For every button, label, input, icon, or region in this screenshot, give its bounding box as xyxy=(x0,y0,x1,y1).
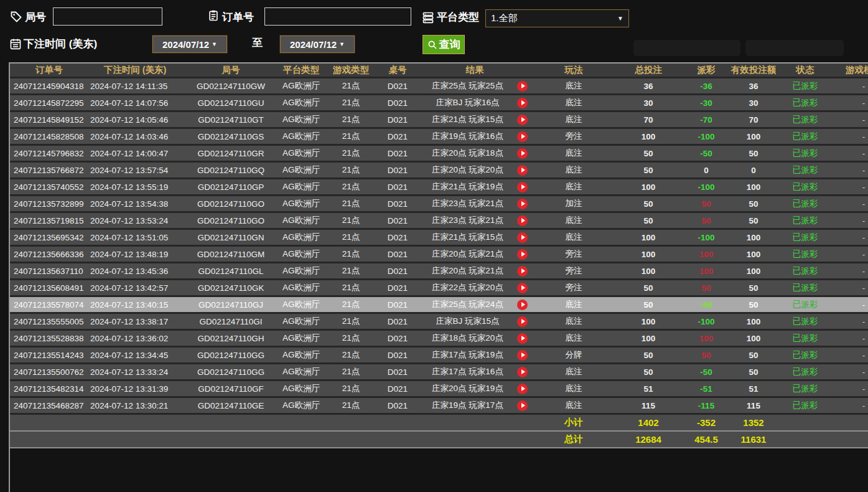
table-row[interactable]: 2407121357198152024-07-12 13:53:24GD0212… xyxy=(10,213,868,230)
table-row[interactable]: 2407121458491522024-07-12 14:05:46GD0212… xyxy=(10,112,868,129)
game-type: 21点 xyxy=(322,348,380,364)
game-type: 21点 xyxy=(322,230,380,247)
table-no: D021 xyxy=(380,263,416,280)
table-row[interactable]: 2407121357405522024-07-12 13:55:19GD0212… xyxy=(10,179,868,196)
tag-icon xyxy=(10,11,22,23)
play-type: 底注 xyxy=(534,95,614,112)
column-header-9: 总投注 xyxy=(614,64,683,78)
total-bet: 50 xyxy=(614,213,683,230)
play-video-icon[interactable] xyxy=(517,300,528,310)
round-id: GD021247110GG xyxy=(182,348,280,364)
play-video-icon[interactable] xyxy=(517,131,528,142)
result-cell: 庄家20点 玩家21点 xyxy=(416,263,534,280)
round-id: GD021247110GF xyxy=(182,381,280,398)
table-no: D021 xyxy=(380,280,416,297)
platform-type: AG欧洲厅 xyxy=(280,146,322,163)
play-video-icon[interactable] xyxy=(517,400,528,411)
play-video-icon[interactable] xyxy=(517,367,528,377)
play-video-icon[interactable] xyxy=(517,148,528,159)
table-row[interactable]: 2407121356084912024-07-12 13:42:57GD0212… xyxy=(10,280,868,297)
table-row[interactable]: 2407121355142432024-07-12 13:34:45GD0212… xyxy=(10,348,868,364)
column-header-8: 玩法 xyxy=(534,64,614,78)
result-cell: 庄家21点 玩家15点 xyxy=(416,230,534,247)
play-video-icon[interactable] xyxy=(517,81,528,92)
date-to-select[interactable]: 2024/07/12 ▼ xyxy=(280,35,355,53)
table-no: D021 xyxy=(380,381,416,398)
table-row[interactable]: 2407121354682872024-07-12 13:30:21GD0212… xyxy=(10,398,868,415)
status: 已派彩 xyxy=(778,398,833,415)
table-row[interactable]: 2407121355550052024-07-12 13:38:17GD0212… xyxy=(10,314,868,331)
clipboard-icon xyxy=(207,9,220,22)
table-no: D021 xyxy=(380,95,416,112)
play-video-icon[interactable] xyxy=(517,283,528,293)
game-type: 21点 xyxy=(322,247,380,263)
play-video-icon[interactable] xyxy=(517,266,528,277)
table-no: D021 xyxy=(380,348,416,364)
play-video-icon[interactable] xyxy=(517,232,528,243)
table-row[interactable]: 2407121355288382024-07-12 13:36:02GD0212… xyxy=(10,331,868,348)
search-icon xyxy=(427,40,437,50)
game-mode: - xyxy=(833,146,868,163)
game-mode: - xyxy=(833,381,868,398)
table-row[interactable]: 2407121355007622024-07-12 13:33:24GD0212… xyxy=(10,364,868,381)
valid-bet: 30 xyxy=(729,95,778,112)
table-row[interactable]: 2407121459043182024-07-12 14:11:35GD0212… xyxy=(10,78,868,95)
search-button[interactable]: 查询 xyxy=(422,35,465,54)
game-mode: - xyxy=(833,95,868,112)
platform-select[interactable]: 1.全部 ▼ xyxy=(485,9,629,27)
table-row[interactable]: 2407121356663362024-07-12 13:48:19GD0212… xyxy=(10,247,868,263)
subtotal-row: 小计1402-3521352 xyxy=(10,415,868,432)
table-no: D021 xyxy=(380,129,416,146)
play-video-icon[interactable] xyxy=(517,316,528,327)
payout: -50 xyxy=(683,297,729,314)
table-row[interactable]: 2407121354823142024-07-12 13:31:39GD0212… xyxy=(10,381,868,398)
total-bet: 100 xyxy=(614,331,683,348)
column-header-10: 派彩 xyxy=(683,64,729,78)
result-text: 庄家25点 玩家25点 xyxy=(418,80,517,92)
order-id: 240712135468287 xyxy=(10,398,88,415)
table-row[interactable]: 2407121356371102024-07-12 13:45:36GD0212… xyxy=(10,263,868,280)
play-type: 底注 xyxy=(534,398,614,415)
play-video-icon[interactable] xyxy=(517,115,528,125)
play-video-icon[interactable] xyxy=(517,165,528,176)
table-row[interactable]: 2407121458285082024-07-12 14:03:46GD0212… xyxy=(10,129,868,146)
table-row[interactable]: 2407121356953422024-07-12 13:51:05GD0212… xyxy=(10,230,868,247)
game-type: 21点 xyxy=(322,78,380,95)
summary-total-bet: 12684 xyxy=(614,432,683,448)
play-video-icon[interactable] xyxy=(517,215,528,226)
table-row[interactable]: 2407121458722952024-07-12 14:07:56GD0212… xyxy=(10,95,868,112)
column-header-12: 状态 xyxy=(778,64,833,78)
play-type: 底注 xyxy=(534,230,614,247)
play-video-icon[interactable] xyxy=(517,249,528,260)
order-input[interactable] xyxy=(264,7,411,26)
table-row[interactable]: 2407121357668722024-07-12 13:57:54GD0212… xyxy=(10,163,868,179)
table-row[interactable]: 2407121357328992024-07-12 13:54:38GD0212… xyxy=(10,196,868,213)
total-bet: 50 xyxy=(614,364,683,381)
play-video-icon[interactable] xyxy=(517,333,528,344)
result-cell: 庄家17点 玩家19点 xyxy=(416,348,534,364)
table-row[interactable]: 2407121457968322024-07-12 14:00:47GD0212… xyxy=(10,146,868,163)
play-video-icon[interactable] xyxy=(517,350,528,361)
round-id: GD021247110GI xyxy=(182,314,280,331)
summary-payout: -352 xyxy=(683,415,729,432)
result-cell: 庄家25点 玩家25点 xyxy=(416,78,534,95)
order-id: 240712135732899 xyxy=(10,196,88,213)
valid-bet: 50 xyxy=(729,348,778,364)
result-cell: 庄家20点 玩家21点 xyxy=(416,247,534,263)
round-id: GD021247110GG xyxy=(182,364,280,381)
game-type: 21点 xyxy=(322,179,380,196)
table-no: D021 xyxy=(380,146,416,163)
play-video-icon[interactable] xyxy=(517,199,528,209)
table-row[interactable]: 2407121355780742024-07-12 13:40:15GD0212… xyxy=(10,297,868,314)
bet-time: 2024-07-12 13:38:17 xyxy=(88,314,182,331)
play-video-icon[interactable] xyxy=(517,182,528,192)
valid-bet: 100 xyxy=(729,247,778,263)
round-input[interactable] xyxy=(53,7,162,26)
order-id: 240712135482314 xyxy=(10,381,88,398)
play-video-icon[interactable] xyxy=(517,384,528,394)
date-from-select[interactable]: 2024/07/12 ▼ xyxy=(152,35,227,53)
platform-type: AG欧洲厅 xyxy=(280,179,322,196)
valid-bet: 50 xyxy=(729,280,778,297)
platform-type: AG欧洲厅 xyxy=(280,196,322,213)
play-video-icon[interactable] xyxy=(517,98,528,108)
